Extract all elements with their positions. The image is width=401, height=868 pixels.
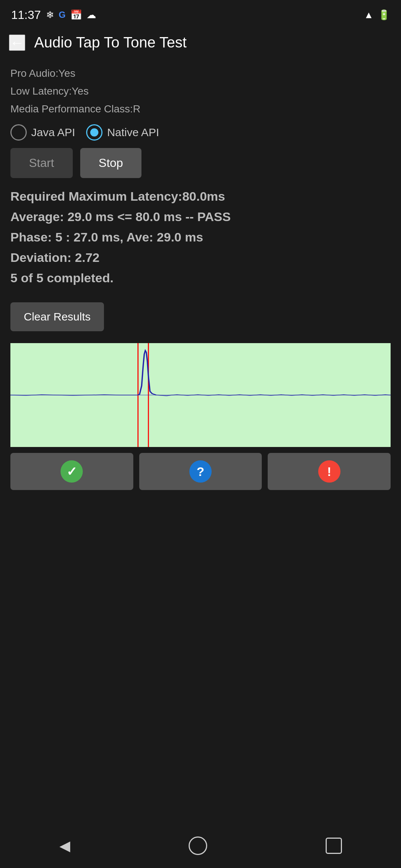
warning-icon: ! bbox=[318, 460, 340, 483]
back-button[interactable]: ← bbox=[9, 34, 25, 51]
status-buttons: ✓ ? ! bbox=[10, 453, 391, 490]
nav-recent-button[interactable] bbox=[311, 830, 357, 861]
status-right: ▲ 🔋 bbox=[364, 9, 390, 21]
google-icon: G bbox=[59, 10, 66, 20]
control-buttons: Start Stop bbox=[10, 148, 391, 178]
app-title: Audio Tap To Tone Test bbox=[34, 34, 187, 51]
warning-button[interactable]: ! bbox=[268, 453, 391, 490]
native-api-radio[interactable] bbox=[86, 124, 102, 141]
navigation-bar: ◀ bbox=[0, 823, 401, 868]
waveform-svg bbox=[10, 343, 391, 447]
nav-back-icon: ◀ bbox=[59, 838, 70, 854]
result-line-4: Deviation: 2.72 bbox=[10, 248, 391, 267]
fan-icon: ❄ bbox=[46, 9, 54, 21]
unknown-button[interactable]: ? bbox=[139, 453, 262, 490]
stop-button[interactable]: Stop bbox=[80, 148, 142, 178]
native-api-label: Native API bbox=[107, 126, 159, 139]
result-line-5: 5 of 5 completed. bbox=[10, 269, 391, 287]
api-radio-group: Java API Native API bbox=[10, 124, 391, 141]
app-bar: ← Audio Tap To Tone Test bbox=[0, 27, 401, 58]
start-button[interactable]: Start bbox=[10, 148, 73, 178]
status-time: 11:37 bbox=[11, 8, 41, 22]
content: Pro Audio:Yes Low Latency:Yes Media Perf… bbox=[0, 58, 401, 503]
nav-home-button[interactable] bbox=[174, 829, 222, 862]
nav-back-button[interactable]: ◀ bbox=[45, 830, 85, 861]
result-line-2: Average: 29.0 ms <= 80.0 ms -- PASS bbox=[10, 207, 391, 226]
nav-home-icon bbox=[189, 836, 207, 855]
calendar-icon: 📅 bbox=[70, 9, 82, 21]
cloud-icon: ☁ bbox=[87, 9, 96, 21]
media-performance-label: Media Performance Class:R bbox=[10, 101, 391, 117]
java-api-option[interactable]: Java API bbox=[10, 124, 75, 141]
pro-audio-label: Pro Audio:Yes bbox=[10, 66, 391, 81]
pass-icon: ✓ bbox=[61, 460, 83, 483]
results-section: Required Maximum Latency:80.0ms Average:… bbox=[10, 187, 391, 287]
result-line-3: Phase: 5 : 27.0 ms, Ave: 29.0 ms bbox=[10, 228, 391, 247]
result-line-1: Required Maximum Latency:80.0ms bbox=[10, 187, 391, 206]
status-left: 11:37 ❄ G 📅 ☁ bbox=[11, 8, 96, 22]
native-api-option[interactable]: Native API bbox=[86, 124, 159, 141]
wifi-icon: ▲ bbox=[364, 9, 374, 21]
nav-recent-icon bbox=[326, 838, 342, 854]
clear-results-button[interactable]: Clear Results bbox=[10, 302, 104, 331]
java-api-radio[interactable] bbox=[10, 124, 27, 141]
battery-icon: 🔋 bbox=[378, 9, 390, 21]
status-icons: ❄ G 📅 ☁ bbox=[46, 9, 96, 21]
java-api-label: Java API bbox=[31, 126, 75, 139]
low-latency-label: Low Latency:Yes bbox=[10, 83, 391, 99]
waveform-display bbox=[10, 343, 391, 447]
pass-button[interactable]: ✓ bbox=[10, 453, 133, 490]
status-bar: 11:37 ❄ G 📅 ☁ ▲ 🔋 bbox=[0, 0, 401, 27]
question-icon: ? bbox=[189, 460, 212, 483]
